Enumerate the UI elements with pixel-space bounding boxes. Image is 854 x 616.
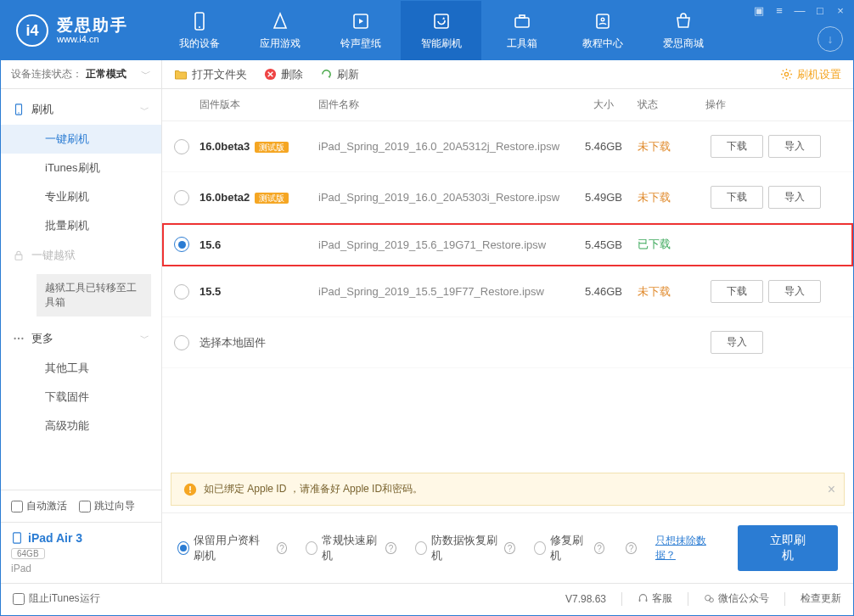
radio-icon [415,541,427,555]
top-tabs: 我的设备应用游戏铃声壁纸智能刷机工具箱教程中心爱思商城 [159,1,723,60]
svg-point-13 [21,337,23,339]
sidebar-item-flash-1[interactable]: iTunes刷机 [1,154,161,182]
svg-rect-5 [520,15,525,18]
svg-point-22 [705,595,711,601]
flash-option-0[interactable]: 保留用户资料刷机? [177,533,287,563]
download-button[interactable]: 下载 [711,280,763,303]
skin-icon[interactable]: ▣ [751,4,767,17]
svg-rect-21 [646,599,648,602]
top-tab-4[interactable]: 工具箱 [481,1,562,60]
sidebar-item-flash-3[interactable]: 批量刷机 [1,211,161,240]
svg-point-16 [784,72,788,76]
top-tab-6[interactable]: 爱思商城 [643,1,723,60]
flash-option-2[interactable]: 防数据恢复刷机? [415,533,515,563]
app-logo: i4 爱思助手 www.i4.cn [1,14,143,47]
menu-icon[interactable]: ≡ [772,4,787,17]
device-capacity: 64GB [11,548,45,559]
radio-icon [177,541,189,555]
download-button[interactable]: 下载 [711,135,763,158]
app-version: V7.98.63 [565,593,606,605]
firmware-row-3[interactable]: 15.5iPad_Spring_2019_15.5_19F77_Restore.… [162,266,853,317]
select-radio[interactable] [174,237,189,252]
folder-icon [174,68,188,81]
open-folder-button[interactable]: 打开文件夹 [174,67,247,82]
lock-icon [13,249,25,261]
download-button[interactable]: 下载 [711,186,763,209]
help-icon[interactable]: ? [594,542,604,554]
col-size: 大小 [570,98,638,112]
select-radio[interactable] [174,284,189,300]
local-firmware-row[interactable]: 选择本地固件导入 [162,317,853,368]
import-button[interactable]: 导入 [768,280,821,303]
select-radio[interactable] [174,190,189,205]
table-header: 固件版本 固件名称 大小 状态 操作 [162,89,853,121]
svg-rect-19 [189,491,191,493]
device-info[interactable]: iPad Air 3 64GB iPad [1,522,161,583]
top-tab-2[interactable]: 铃声壁纸 [320,1,401,60]
help-icon[interactable]: ? [626,542,637,554]
help-icon[interactable]: ? [277,542,287,554]
connection-status[interactable]: 设备连接状态： 正常模式 ﹀ [1,60,161,89]
wechat-link[interactable]: 微信公众号 [704,591,769,606]
top-tab-5[interactable]: 教程中心 [562,1,643,60]
sidebar-item-more-2[interactable]: 高级功能 [1,412,161,440]
sidebar-item-more-0[interactable]: 其他工具 [1,354,161,383]
import-button[interactable]: 导入 [711,331,763,354]
customer-service-link[interactable]: 客服 [638,591,672,606]
chevron-down-icon: ﹀ [141,67,151,81]
top-tab-1[interactable]: 应用游戏 [239,1,320,60]
top-tab-3[interactable]: 智能刷机 [401,1,481,60]
firmware-row-0[interactable]: 16.0beta3测试版iPad_Spring_2019_16.0_20A531… [162,121,853,172]
radio-icon [534,541,546,555]
svg-point-9 [18,112,19,113]
flash-option-3[interactable]: 修复刷机? [534,533,605,563]
block-itunes-checkbox[interactable]: 阻止iTunes运行 [13,591,100,606]
wechat-icon [704,593,715,604]
select-radio[interactable] [174,335,189,350]
close-warning-icon[interactable]: × [828,482,835,497]
flash-icon [13,104,25,115]
delete-button[interactable]: 删除 [264,67,303,82]
firmware-row-1[interactable]: 16.0beta2测试版iPad_Spring_2019_16.0_20A530… [162,172,853,223]
top-tab-0[interactable]: 我的设备 [159,1,239,60]
sidebar-group-more[interactable]: 更多 ﹀ [1,323,161,354]
sidebar-item-flash-0[interactable]: 一键刷机 [1,125,161,154]
skip-wizard-checkbox[interactable]: 跳过向导 [79,499,135,513]
flash-settings-button[interactable]: 刷机设置 [780,67,841,82]
col-status: 状态 [638,98,705,112]
check-update-link[interactable]: 检查更新 [801,591,841,606]
svg-point-1 [199,26,200,28]
auto-activate-checkbox[interactable]: 自动激活 [11,499,67,513]
warning-bar: 如已绑定 Apple ID ，请准备好 Apple ID和密码。 × [171,473,845,506]
app-url: www.i4.cn [57,34,128,44]
maximize-icon[interactable]: □ [812,4,828,17]
flash-option-1[interactable]: 常规快速刷机? [306,533,396,563]
erase-data-link[interactable]: 只想抹除数据？ [655,534,719,563]
svg-rect-10 [15,255,22,260]
sidebar-item-more-1[interactable]: 下载固件 [1,383,161,412]
import-button[interactable]: 导入 [768,186,821,209]
app-name: 爱思助手 [57,17,128,35]
flash-now-button[interactable]: 立即刷机 [738,525,838,571]
connection-mode: 正常模式 [86,67,126,81]
more-icon [13,333,25,344]
col-ops: 操作 [705,98,841,112]
sidebar-options: 自动激活 跳过向导 [1,490,161,522]
refresh-button[interactable]: 刷新 [320,67,359,82]
gear-icon [780,68,793,81]
close-icon[interactable]: × [833,4,848,17]
help-icon[interactable]: ? [385,542,396,554]
col-version: 固件版本 [199,98,318,112]
import-button[interactable]: 导入 [768,135,821,158]
help-icon[interactable]: ? [504,542,514,554]
flash-options: 保留用户资料刷机?常规快速刷机?防数据恢复刷机?修复刷机? ? 只想抹除数据？ … [162,512,853,583]
sidebar-group-flash[interactable]: 刷机 ﹀ [1,94,161,125]
refresh-icon [320,68,333,81]
minimize-icon[interactable]: — [792,4,807,17]
sidebar-item-flash-2[interactable]: 专业刷机 [1,182,161,211]
select-radio[interactable] [174,139,189,154]
svg-point-11 [14,337,15,339]
firmware-row-2[interactable]: 15.6iPad_Spring_2019_15.6_19G71_Restore.… [162,223,853,266]
tablet-icon [11,532,23,544]
download-manager-icon[interactable]: ↓ [817,26,843,52]
